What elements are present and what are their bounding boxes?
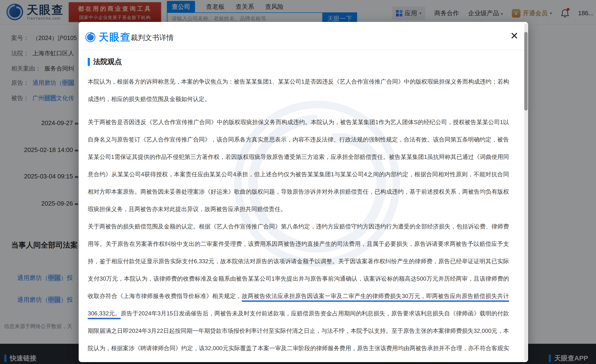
brand-swirl-icon — [85, 32, 96, 43]
paragraph-2: 关于两被告是否因违反《艺人合作宣传推广合同》中的版权瑕疵担保义务而构成违约。本院… — [88, 113, 509, 218]
judgment-text: 本院认为，根据各方的诉辩称意见，本案的争议焦点为：被告某某集团1、某某公司1是否… — [88, 73, 509, 362]
modal-brand-logo: 天眼查 — [85, 30, 131, 44]
modal-scrollbar-track[interactable] — [524, 23, 528, 361]
close-icon[interactable]: ✕ — [510, 31, 519, 41]
modal-brand-name: 天眼查 — [99, 30, 131, 44]
paragraph-3: 关于两被告的损失赔偿范围及金额的认定。根据《艺人合作宣传推广合同》第八条约定，违… — [88, 218, 509, 362]
modal-scrollbar-thumb[interactable] — [524, 32, 528, 110]
modal-body: 法院观点 本院认为，根据各方的诉辩称意见，本案的争议焦点为：被告某某集团1、某某… — [79, 50, 528, 362]
judgment-document-modal: 天眼查 裁判文书详情 ✕ 法院观点 本院认为，根据各方的诉辩称意见，本案的争议焦… — [79, 22, 528, 362]
paragraph-1: 本院认为，根据各方的诉辩称意见，本案的争议焦点为：被告某某集团1、某某公司1是否… — [88, 73, 509, 108]
modal-title: 裁判文书详情 — [131, 33, 174, 43]
court-opinion-heading: 法院观点 — [88, 57, 504, 67]
divider — [125, 31, 126, 41]
modal-header: 天眼查 裁判文书详情 ✕ — [79, 22, 528, 50]
underlined-ruling-amount: 故两被告依法应承担原告因该案一审及二审产生的律师费损失30万元，即两被告应向 — [242, 293, 462, 302]
blue-bar-icon — [88, 58, 90, 66]
